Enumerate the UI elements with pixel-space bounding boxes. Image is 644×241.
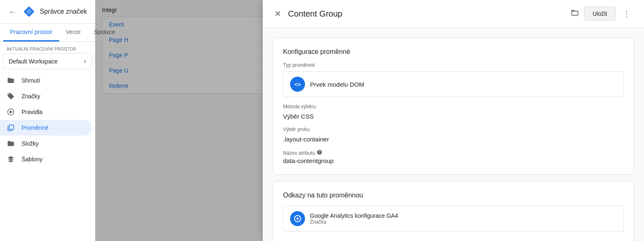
reference-item[interactable]: Google Analytics konfigurace GA4 Značka	[283, 206, 624, 231]
more-options-icon: ⋮	[622, 9, 631, 18]
sidebar-item-pravidla[interactable]: Pravidla	[0, 104, 92, 120]
attribute-label-group: Název atributu	[283, 149, 624, 156]
reference-info: Google Analytics konfigurace GA4 Značka	[310, 212, 398, 225]
sidebar-item-label: Shrnutí	[22, 77, 40, 84]
type-icon: <>	[290, 77, 305, 92]
chevron-right-icon: ›	[84, 57, 86, 66]
panel-close-button[interactable]: ✕	[273, 7, 283, 20]
sidebar-item-label: Šablony	[22, 156, 43, 163]
variable-config-card: Konfigurace proměnné Typ proměnné <> Prv…	[273, 38, 634, 175]
selector-label: Výběr prvku	[283, 127, 624, 132]
sidebar-item-label: Proměnné	[22, 124, 48, 131]
reference-name: Google Analytics konfigurace GA4	[310, 212, 398, 219]
main-content: Integr Event Page H Page P Page U Referr…	[95, 0, 644, 241]
attribute-value: data-contentgroup	[283, 157, 624, 164]
tab-versions[interactable]: Verze	[59, 24, 87, 41]
type-selector[interactable]: <> Prvek modelu DOM	[283, 71, 624, 97]
panel-header: ✕ Content Group Uložit ⋮	[263, 0, 644, 28]
sidebar-item-znacky[interactable]: Značky	[0, 88, 92, 104]
selector-value: .layout-container	[283, 136, 624, 143]
sidebar-nav: Shrnutí Značky Pravidla Proměnné Složky	[0, 69, 95, 241]
reference-type: Značka	[310, 219, 398, 225]
rules-icon	[7, 108, 15, 116]
sidebar-item-label: Značky	[22, 93, 40, 100]
method-label: Metoda výběru	[283, 104, 624, 110]
references-section-title: Odkazy na tuto proměnnou	[283, 192, 624, 199]
help-icon[interactable]	[317, 149, 322, 156]
svg-point-5	[297, 218, 299, 220]
type-name: Prvek modelu DOM	[310, 81, 364, 88]
workspace-selector[interactable]: Default Workspace ›	[3, 53, 92, 69]
app-logo	[22, 5, 36, 18]
panel-body: Konfigurace proměnné Typ proměnné <> Prv…	[263, 28, 644, 241]
folder-icon	[7, 77, 15, 84]
sidebar-header: ← Správce značek	[0, 0, 95, 24]
dom-element-icon: <>	[294, 81, 300, 88]
attribute-label: Název atributu	[283, 150, 315, 156]
save-button[interactable]: Uložit	[584, 7, 616, 21]
panel-title: Content Group	[288, 9, 566, 19]
tag-icon	[7, 93, 15, 100]
workspace-name: Default Workspace	[9, 58, 58, 65]
selector-section: Výběr prvku .layout-container	[283, 127, 624, 143]
back-button[interactable]: ←	[7, 5, 18, 18]
sidebar-item-shrnuti[interactable]: Shrnutí	[0, 73, 92, 88]
more-options-button[interactable]: ⋮	[619, 7, 634, 20]
templates-icon	[7, 156, 15, 163]
ga4-icon	[290, 211, 305, 226]
method-value: Výběr CSS	[283, 113, 624, 120]
sidebar-item-slozky[interactable]: Složky	[0, 136, 92, 151]
panel-actions: Uložit ⋮	[584, 7, 634, 21]
sidebar-item-label: Pravidla	[22, 109, 43, 115]
svg-point-3	[10, 111, 12, 113]
panel-overlay[interactable]: ✕ Content Group Uložit ⋮ Konfigur	[95, 0, 644, 241]
app-title: Správce značek	[40, 8, 87, 15]
type-label: Typ proměnné	[283, 62, 624, 68]
variables-icon	[7, 124, 15, 131]
sidebar-item-label: Složky	[22, 140, 39, 147]
tabs-bar: Pracovní prostor Verze Správce	[0, 24, 95, 42]
references-card: Odkazy na tuto proměnnou Google Analytic…	[273, 181, 634, 241]
config-section-title: Konfigurace proměnné	[283, 48, 624, 56]
folder-icon[interactable]	[571, 9, 579, 19]
method-section: Metoda výběru Výběr CSS	[283, 104, 624, 120]
sidebar: ← Správce značek Pracovní prostor Verze …	[0, 0, 95, 241]
sidebar-item-sablony[interactable]: Šablony	[0, 151, 92, 167]
side-panel: ✕ Content Group Uložit ⋮ Konfigur	[263, 0, 644, 241]
attribute-section: Název atributu data-contentgroup	[283, 149, 624, 164]
back-icon: ←	[8, 7, 17, 17]
tab-workspace[interactable]: Pracovní prostor	[3, 24, 59, 41]
close-icon: ✕	[274, 9, 281, 19]
workspace-label: AKTUÁLNÍ PRACOVNÍ PROSTOR	[0, 42, 95, 53]
folder2-icon	[7, 140, 15, 147]
sidebar-item-promenne[interactable]: Proměnné	[0, 120, 92, 136]
